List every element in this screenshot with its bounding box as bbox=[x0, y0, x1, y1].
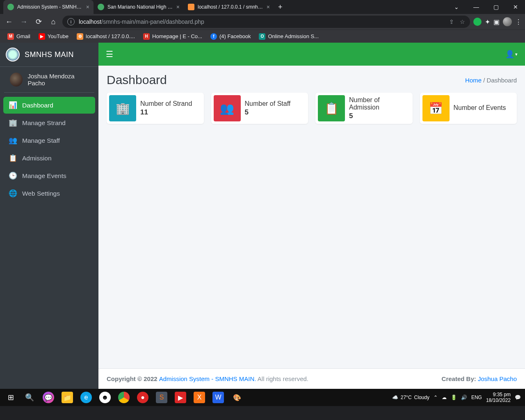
browser-tab-2[interactable]: San Mariano National High Scho × bbox=[94, 0, 184, 14]
sidebar-item-label: Dashboard bbox=[22, 102, 53, 109]
taskbar-explorer[interactable]: 📁 bbox=[58, 389, 76, 406]
taskbar-paint[interactable]: 🎨 bbox=[228, 389, 246, 406]
brand-logo-icon bbox=[6, 48, 20, 62]
weather-widget[interactable]: ☁️ 27°C Cloudy bbox=[392, 395, 429, 400]
card-strand[interactable]: 🏢 Number of Strand11 bbox=[107, 93, 204, 124]
taskbar-app1[interactable]: ☻ bbox=[96, 389, 114, 406]
profile-avatar[interactable] bbox=[503, 17, 512, 26]
volume-icon[interactable]: 🔊 bbox=[461, 395, 467, 400]
card-label: Number of Strand bbox=[140, 100, 192, 107]
taskbar-record[interactable]: ● bbox=[134, 389, 152, 406]
breadcrumb-sep: / bbox=[483, 77, 486, 84]
building-icon: 🏢 bbox=[109, 95, 136, 121]
favicon-icon bbox=[7, 4, 14, 10]
start-button[interactable]: ⊞ bbox=[2, 389, 20, 406]
panel-icon[interactable]: ▣ bbox=[493, 18, 500, 26]
home-button[interactable]: ⌂ bbox=[48, 18, 59, 26]
new-tab-button[interactable]: + bbox=[274, 3, 287, 11]
card-events[interactable]: 📅 Number of Events bbox=[420, 93, 517, 124]
tab-title: San Mariano National High Scho bbox=[107, 4, 173, 10]
clock[interactable]: 9:35 pm 18/10/2022 bbox=[486, 392, 511, 404]
brand-text: SMNHS MAIN bbox=[25, 50, 74, 59]
close-icon[interactable]: × bbox=[176, 4, 180, 10]
close-icon[interactable]: × bbox=[267, 4, 270, 10]
sidebar-item-manage-staff[interactable]: 👥Manage Staff bbox=[3, 132, 95, 149]
users-icon: 👥 bbox=[8, 136, 17, 145]
breadcrumb-home[interactable]: Home bbox=[465, 77, 482, 84]
bookmark-star-icon[interactable]: ☆ bbox=[460, 18, 465, 25]
sidebar-item-label: Admission bbox=[22, 155, 52, 162]
footer: Copyright © 2022 Admission System - SMNH… bbox=[98, 368, 525, 389]
card-label: Number of Events bbox=[454, 104, 506, 112]
language-indicator[interactable]: ENG bbox=[471, 395, 482, 400]
taskbar: ⊞ 🔍 💬 📁 e ☻ ● S ▶ X W 🎨 ☁️ 27°C Cloudy ⌃… bbox=[0, 389, 525, 406]
site-info-icon[interactable]: i bbox=[67, 18, 75, 25]
share-icon[interactable]: ⇪ bbox=[449, 18, 454, 25]
sidebar-item-web-settings[interactable]: 🌐Web Settings bbox=[3, 185, 95, 202]
weather-desc: Cloudy bbox=[414, 395, 429, 400]
bookmarks-bar: MGmail ▶YouTube ⚙localhost / 127.0.0....… bbox=[0, 30, 525, 43]
search-button[interactable]: 🔍 bbox=[21, 389, 39, 406]
footer-link[interactable]: Admission System - SMNHS MAIN. bbox=[159, 375, 256, 382]
taskbar-youtube[interactable]: ▶ bbox=[171, 389, 189, 406]
close-icon[interactable]: × bbox=[86, 4, 89, 10]
taskbar-sublime[interactable]: S bbox=[153, 389, 171, 406]
bookmark-gmail[interactable]: MGmail bbox=[4, 32, 34, 41]
nav: 📊Dashboard 🏢Manage Strand 👥Manage Staff … bbox=[0, 93, 98, 207]
onedrive-icon[interactable]: ☁ bbox=[442, 395, 447, 400]
list-icon: 📋 bbox=[318, 95, 345, 121]
dropdown-icon[interactable]: ⌄ bbox=[447, 0, 466, 14]
system-tray[interactable]: ☁ 🔋 🔊 ENG bbox=[442, 395, 482, 400]
taskbar-chrome[interactable] bbox=[115, 389, 133, 406]
card-admission[interactable]: 📋 Number of Admission5 bbox=[315, 93, 413, 124]
sidebar-item-admission[interactable]: 📋Admission bbox=[3, 150, 95, 167]
back-button[interactable]: ← bbox=[3, 18, 15, 26]
kebab-menu-icon[interactable]: ⋮ bbox=[515, 18, 522, 26]
users-icon: 👥 bbox=[214, 95, 241, 121]
address-bar[interactable]: i localhost/smnhs-main/main-panel/dashbo… bbox=[62, 16, 470, 28]
bookmark-admission[interactable]: OOnline Admission S... bbox=[256, 32, 322, 41]
sidebar-item-manage-events[interactable]: 🕒Manage Events bbox=[3, 167, 95, 184]
battery-icon[interactable]: 🔋 bbox=[451, 395, 457, 400]
created-by-link[interactable]: Joshua Pacho bbox=[478, 375, 517, 382]
bookmark-localhost[interactable]: ⚙localhost / 127.0.0.... bbox=[73, 32, 138, 41]
sidebar-item-label: Manage Staff bbox=[22, 137, 60, 144]
bookmark-facebook[interactable]: f(4) Facebook bbox=[207, 32, 254, 41]
sidebar-item-label: Manage Strand bbox=[22, 119, 66, 127]
rights-text: All rights reserved. bbox=[256, 375, 308, 382]
card-staff[interactable]: 👥 Number of Staff5 bbox=[211, 93, 308, 124]
bookmark-homepage[interactable]: HHomepage | E - Co... bbox=[140, 32, 205, 41]
taskbar-xampp[interactable]: X bbox=[190, 389, 208, 406]
breadcrumb: Home / Dashboard bbox=[465, 77, 517, 84]
user-menu-button[interactable]: 👤▾ bbox=[505, 50, 518, 59]
maximize-button[interactable]: ▢ bbox=[486, 0, 505, 14]
sidebar-item-dashboard[interactable]: 📊Dashboard bbox=[3, 97, 95, 114]
reload-button[interactable]: ⟳ bbox=[33, 17, 44, 26]
tab-title: Admission System - SMNHS MAI bbox=[17, 4, 83, 10]
sidebar-item-manage-strand[interactable]: 🏢Manage Strand bbox=[3, 114, 95, 131]
card-label: Number of Staff bbox=[245, 100, 291, 107]
calendar-icon: 📅 bbox=[422, 95, 450, 121]
hamburger-icon[interactable]: ☰ bbox=[106, 49, 113, 59]
browser-tab-3[interactable]: localhost / 127.0.0.1 / smnhs_mai × bbox=[184, 0, 274, 14]
user-panel[interactable]: Joshua Mendoza Pacho bbox=[4, 67, 94, 93]
created-by-label: Created By: bbox=[442, 375, 478, 382]
close-window-button[interactable]: ✕ bbox=[506, 0, 525, 14]
browser-tab-1[interactable]: Admission System - SMNHS MAI × bbox=[3, 0, 94, 14]
bookmark-youtube[interactable]: ▶YouTube bbox=[35, 32, 72, 41]
brand[interactable]: SMNHS MAIN bbox=[0, 43, 98, 67]
card-value: 5 bbox=[349, 112, 410, 120]
taskbar-word[interactable]: W bbox=[209, 389, 227, 406]
extensions-icon[interactable]: ✦ bbox=[485, 18, 490, 26]
taskbar-edge[interactable]: e bbox=[77, 389, 95, 406]
taskbar-messenger[interactable]: 💬 bbox=[39, 389, 57, 406]
forward-button[interactable]: → bbox=[18, 18, 30, 26]
minimize-button[interactable]: — bbox=[467, 0, 486, 14]
tray-chevron-icon[interactable]: ⌃ bbox=[434, 395, 438, 400]
notifications-icon[interactable]: 💬 bbox=[515, 395, 521, 400]
url-text: localhost/smnhs-main/main-panel/dashboar… bbox=[79, 18, 445, 25]
sidebar-item-label: Web Settings bbox=[22, 190, 60, 197]
weather-temp: 27°C bbox=[401, 395, 412, 400]
sidebar-item-label: Manage Events bbox=[22, 172, 66, 180]
extension-icon[interactable] bbox=[473, 18, 482, 26]
